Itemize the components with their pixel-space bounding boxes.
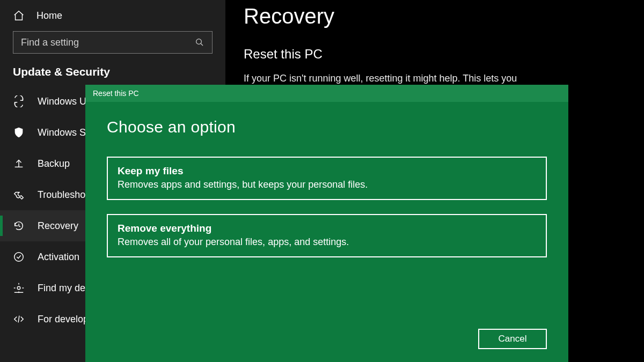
shield-icon	[13, 127, 25, 138]
history-icon	[13, 220, 25, 232]
sidebar-item-label: Backup	[38, 158, 70, 169]
dialog-heading: Choose an option	[107, 118, 547, 136]
sidebar-section-title: Update & Security	[0, 65, 225, 86]
svg-point-1	[14, 253, 24, 262]
wrench-icon	[13, 189, 25, 201]
page-title: Recovery	[244, 4, 623, 28]
option-remove-everything[interactable]: Remove everything Removes all of your pe…	[107, 214, 547, 257]
option-desc: Removes apps and settings, but keeps you…	[118, 179, 536, 190]
section-heading: Reset this PC	[244, 47, 623, 62]
option-title: Keep my files	[118, 165, 536, 177]
location-icon	[13, 282, 25, 294]
home-icon	[13, 10, 25, 21]
sidebar-item-home[interactable]: Home	[0, 2, 225, 31]
sidebar-item-label: Activation	[38, 252, 79, 263]
dialog-titlebar: Reset this PC	[85, 85, 568, 102]
code-icon	[13, 313, 25, 325]
svg-point-2	[17, 286, 20, 290]
search-icon	[195, 38, 204, 47]
search-field[interactable]	[21, 37, 195, 48]
check-circle-icon	[13, 251, 25, 263]
svg-point-0	[196, 39, 202, 45]
search-input[interactable]	[13, 31, 213, 54]
dialog-window-title: Reset this PC	[93, 89, 139, 98]
section-body: If your PC isn't running well, resetting…	[244, 71, 623, 86]
backup-icon	[13, 158, 25, 169]
option-title: Remove everything	[118, 223, 536, 234]
home-label: Home	[36, 10, 62, 21]
sidebar-item-label: Recovery	[38, 220, 78, 232]
option-desc: Removes all of your personal files, apps…	[118, 237, 536, 248]
reset-pc-dialog: Reset this PC Choose an option Keep my f…	[85, 85, 568, 362]
option-keep-my-files[interactable]: Keep my files Removes apps and settings,…	[107, 157, 547, 200]
sync-icon	[13, 95, 25, 107]
cancel-button[interactable]: Cancel	[478, 329, 547, 349]
